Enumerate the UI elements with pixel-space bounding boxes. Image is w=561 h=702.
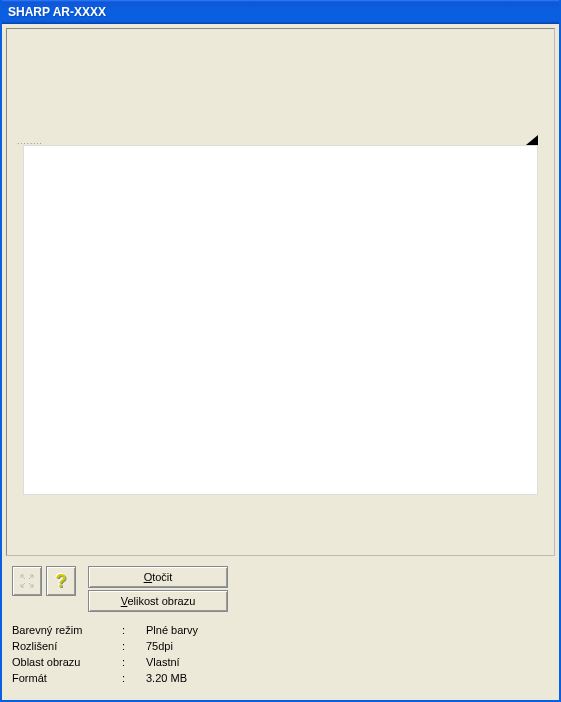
resolution-label: Rozlišení <box>12 638 122 654</box>
info-separator: : <box>122 638 146 654</box>
info-separator: : <box>122 654 146 670</box>
corner-drag-handle-icon[interactable] <box>526 135 538 145</box>
rotate-mnemonic: O <box>144 571 153 583</box>
rotate-label-rest: točit <box>152 571 172 583</box>
titlebar: SHARP AR-XXXX <box>2 0 559 24</box>
info-row-format: Formát : 3.20 MB <box>12 670 549 686</box>
info-table: Barevný režim : Plné barvy Rozlišení : 7… <box>6 616 555 688</box>
controls-row: ? Otočit Velikost obrazu <box>6 556 555 616</box>
info-row-color-mode: Barevný režim : Plné barvy <box>12 622 549 638</box>
window-title: SHARP AR-XXXX <box>8 5 106 19</box>
image-size-button[interactable]: Velikost obrazu <box>88 590 228 612</box>
preview-panel: ........ <box>6 28 555 556</box>
format-value: 3.20 MB <box>146 670 549 686</box>
help-icon: ? <box>56 571 67 592</box>
info-separator: : <box>122 622 146 638</box>
image-area-label: Oblast obrazu <box>12 654 122 670</box>
fit-to-window-button[interactable] <box>12 566 42 596</box>
info-row-resolution: Rozlišení : 75dpi <box>12 638 549 654</box>
imagesize-label-rest: elikost obrazu <box>127 595 195 607</box>
info-row-image-area: Oblast obrazu : Vlastní <box>12 654 549 670</box>
content-area: ........ ? Otočit <box>2 24 559 700</box>
color-mode-value: Plné barvy <box>146 622 549 638</box>
button-stack: Otočit Velikost obrazu <box>88 566 228 612</box>
resolution-value: 75dpi <box>146 638 549 654</box>
preview-canvas[interactable] <box>23 145 538 495</box>
format-label: Formát <box>12 670 122 686</box>
fit-icon <box>19 573 35 589</box>
help-button[interactable]: ? <box>46 566 76 596</box>
scanner-dialog-window: SHARP AR-XXXX ........ ? <box>0 0 561 702</box>
rotate-button[interactable]: Otočit <box>88 566 228 588</box>
color-mode-label: Barevný režim <box>12 622 122 638</box>
info-separator: : <box>122 670 146 686</box>
image-area-value: Vlastní <box>146 654 549 670</box>
